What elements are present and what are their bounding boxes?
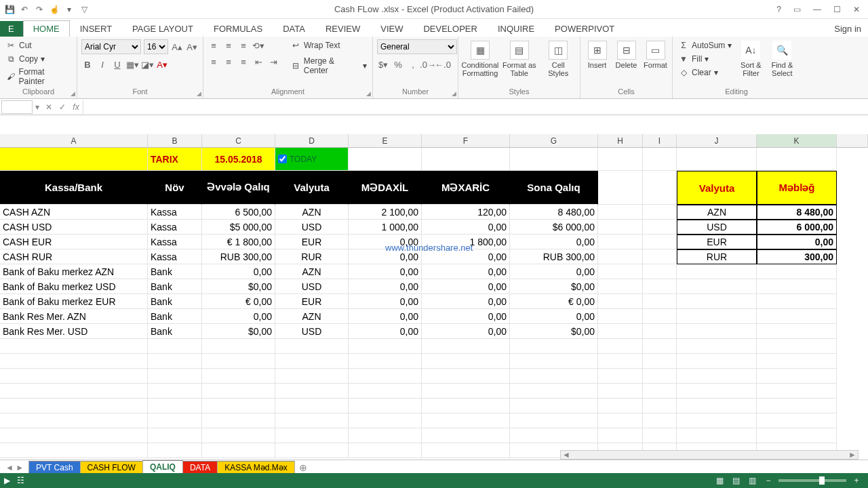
cell[interactable]: 0,00: [422, 279, 510, 294]
format-painter-button[interactable]: 🖌Format Painter: [4, 66, 73, 87]
cell[interactable]: 0,00: [349, 309, 422, 324]
border-button[interactable]: ▦▾: [126, 58, 138, 70]
autosum-button[interactable]: ΣAutoSum ▾: [677, 39, 733, 52]
cell[interactable]: [677, 399, 757, 413]
cell[interactable]: 0,00: [510, 309, 598, 324]
undo-icon[interactable]: ↶: [18, 3, 31, 16]
cell[interactable]: RUB 300,00: [510, 249, 598, 264]
cell[interactable]: [422, 399, 510, 413]
clipboard-launcher-icon[interactable]: ◢: [71, 90, 75, 97]
cell[interactable]: [422, 384, 510, 399]
cell[interactable]: [643, 220, 677, 235]
cell[interactable]: [598, 148, 643, 171]
cell[interactable]: Kassa/Bank: [0, 171, 148, 205]
normal-view-icon[interactable]: ▦: [713, 474, 726, 487]
font-size-select[interactable]: 16: [144, 39, 168, 54]
col-header[interactable]: H: [598, 134, 643, 148]
cell[interactable]: [422, 428, 510, 443]
cell[interactable]: 8 480,00: [757, 205, 837, 220]
cell[interactable]: AZN: [275, 205, 349, 220]
save-icon[interactable]: 💾: [3, 3, 16, 16]
cell[interactable]: EUR: [275, 294, 349, 309]
cell[interactable]: [202, 384, 275, 399]
help-icon[interactable]: ?: [774, 3, 784, 16]
cell[interactable]: AZN: [275, 264, 349, 279]
record-macro-icon[interactable]: ▶: [0, 476, 10, 485]
cell[interactable]: [757, 369, 837, 384]
align-bottom-icon[interactable]: ≡: [237, 39, 250, 52]
comma-icon[interactable]: ,: [407, 58, 419, 70]
cell[interactable]: [757, 148, 837, 171]
sheet-tab[interactable]: DATA: [182, 461, 218, 474]
format-as-table-button[interactable]: ▤Format as Table: [502, 39, 537, 77]
cell[interactable]: [757, 399, 837, 413]
cell[interactable]: Sona Qalıq: [510, 171, 598, 205]
cell[interactable]: EUR: [677, 235, 757, 249]
cell[interactable]: [598, 171, 643, 205]
shrink-font-icon[interactable]: A▾: [186, 41, 198, 53]
cell[interactable]: USD: [677, 220, 757, 235]
enter-formula-icon[interactable]: ✓: [56, 102, 69, 112]
align-left-icon[interactable]: ≡: [208, 56, 220, 68]
cell[interactable]: 300,00: [757, 249, 837, 264]
page-break-view-icon[interactable]: ▥: [746, 474, 758, 487]
sheet-tab[interactable]: PVT Cash: [28, 461, 80, 474]
cell[interactable]: CASH AZN: [0, 205, 148, 220]
cell[interactable]: RUB 300,00: [202, 249, 275, 264]
cell[interactable]: [275, 369, 349, 384]
ribbon-opts-icon[interactable]: ▭: [791, 3, 804, 16]
italic-button[interactable]: I: [96, 58, 108, 70]
cell[interactable]: [275, 413, 349, 428]
cell[interactable]: [643, 354, 677, 369]
cell[interactable]: [422, 413, 510, 428]
font-name-select[interactable]: Arial Cyr: [81, 39, 141, 54]
col-header[interactable]: I: [643, 134, 677, 148]
cell[interactable]: CASH USD: [0, 220, 148, 235]
cell[interactable]: Bank of Baku merkez EUR: [0, 294, 148, 309]
macro-icon[interactable]: ☷: [10, 476, 24, 485]
cell[interactable]: [349, 413, 422, 428]
col-header[interactable]: K: [757, 134, 837, 148]
cell[interactable]: [598, 369, 643, 384]
cell[interactable]: 0,00: [510, 235, 598, 249]
cell[interactable]: [757, 354, 837, 369]
fx-icon[interactable]: fx: [69, 102, 83, 112]
cell[interactable]: € 0,00: [202, 294, 275, 309]
cell[interactable]: [202, 428, 275, 443]
cell[interactable]: [598, 220, 643, 235]
cell[interactable]: [643, 339, 677, 354]
cell[interactable]: Bank: [148, 264, 202, 279]
tab-page-layout[interactable]: PAGE LAYOUT: [122, 20, 203, 37]
cell[interactable]: [275, 428, 349, 443]
align-right-icon[interactable]: ≡: [237, 56, 250, 68]
cell[interactable]: 2 100,00: [349, 205, 422, 220]
cell[interactable]: [0, 339, 148, 354]
cell[interactable]: AZN: [275, 309, 349, 324]
cell[interactable]: [757, 413, 837, 428]
cell[interactable]: [148, 443, 202, 458]
cell-styles-button[interactable]: ◫Cell Styles: [541, 39, 576, 77]
cell[interactable]: USD: [275, 324, 349, 339]
cell[interactable]: EUR: [275, 235, 349, 249]
cell[interactable]: [349, 339, 422, 354]
cell[interactable]: [598, 428, 643, 443]
cell[interactable]: 0,00: [422, 324, 510, 339]
cell[interactable]: [202, 399, 275, 413]
orientation-icon[interactable]: ⟲▾: [252, 39, 264, 52]
cell[interactable]: [598, 384, 643, 399]
cell[interactable]: [275, 339, 349, 354]
cell[interactable]: Bank Res Mer. USD: [0, 324, 148, 339]
zoom-in-icon[interactable]: +: [850, 474, 863, 487]
cell[interactable]: [598, 309, 643, 324]
cell[interactable]: [422, 339, 510, 354]
cell[interactable]: $6 000,00: [510, 220, 598, 235]
cell[interactable]: Bank: [148, 294, 202, 309]
cell[interactable]: [202, 339, 275, 354]
align-top-icon[interactable]: ≡: [208, 39, 220, 52]
cell[interactable]: [148, 428, 202, 443]
cancel-formula-icon[interactable]: ✕: [42, 102, 56, 112]
font-color-button[interactable]: A▾: [156, 58, 168, 70]
cell[interactable]: [202, 369, 275, 384]
maximize-icon[interactable]: ☐: [831, 3, 844, 16]
cell[interactable]: Növ: [148, 171, 202, 205]
